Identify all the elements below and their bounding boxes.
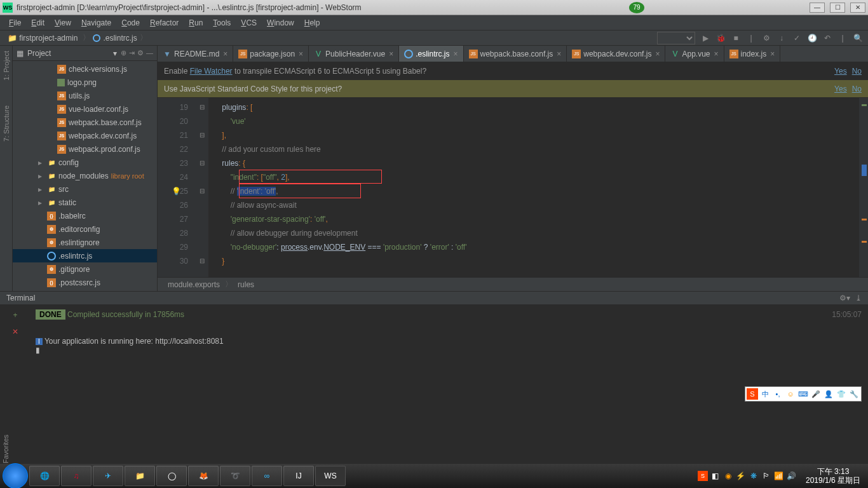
run-button[interactable]: ▶ (700, 33, 710, 43)
intention-bulb-icon[interactable]: 💡 (172, 187, 181, 196)
stop-button[interactable]: ■ (731, 33, 741, 43)
menu-refactor[interactable]: Refactor (146, 17, 182, 29)
editor-tab[interactable]: JSwebpack.dev.conf.js× (567, 46, 665, 62)
close-icon[interactable]: × (389, 50, 393, 58)
tray-flag-icon[interactable]: 🏳 (761, 471, 771, 481)
settings-icon[interactable]: ⚙ (761, 33, 771, 43)
breadcrumb-project[interactable]: 📁 firstproject-admin (5, 32, 80, 44)
right-gutter[interactable] (859, 98, 868, 277)
scroll-from-source-icon[interactable]: ⊕ (121, 49, 126, 57)
close-terminal-button[interactable]: ✕ (10, 327, 20, 337)
ime-user-icon[interactable]: 👤 (823, 388, 834, 400)
taskbar-firefox[interactable]: 🦊 (188, 466, 219, 486)
ime-lang-icon[interactable]: 中 (759, 388, 771, 400)
tray-network-icon[interactable]: 📶 (774, 471, 784, 481)
ime-skin-icon[interactable]: 👕 (836, 388, 847, 400)
tray-icon[interactable]: ◧ (710, 471, 721, 481)
project-tree[interactable]: JScheck-versions.jslogo.pngJSutils.jsJSv… (13, 61, 157, 291)
editor-tab[interactable]: JSpackage.json× (233, 46, 309, 62)
tray-icon[interactable]: ❋ (749, 471, 759, 481)
ime-keyboard-icon[interactable]: ⌨ (797, 388, 809, 400)
close-icon[interactable]: × (557, 50, 561, 58)
tree-item[interactable]: {}.babelrc (13, 209, 157, 222)
commit-button[interactable]: ✓ (792, 33, 802, 43)
ime-punct-icon[interactable]: •, (772, 388, 783, 400)
project-tool-tab[interactable]: 1: Project (3, 51, 10, 80)
tray-volume-icon[interactable]: 🔊 (787, 471, 797, 481)
tree-item[interactable]: ⚙.editorconfig (13, 222, 157, 236)
gear-icon[interactable]: ⚙ (137, 49, 144, 57)
tree-item[interactable]: ⚙.eslintignore (13, 236, 157, 249)
taskbar-explorer[interactable]: 📁 (125, 466, 155, 486)
menu-edit[interactable]: Edit (27, 17, 48, 29)
menu-code[interactable]: Code (118, 17, 144, 29)
editor-tab[interactable]: VPublicHeader.vue× (309, 46, 399, 62)
taskbar-app3[interactable]: ∞ (252, 466, 282, 486)
taskbar-idea[interactable]: IJ (283, 466, 314, 486)
tree-item[interactable]: JSutils.js (13, 89, 157, 102)
taskbar-chrome[interactable]: 🌐 (29, 466, 60, 486)
tree-item[interactable]: ▸📁config (13, 156, 157, 169)
code-text[interactable]: plugins: [ 'vue' ], // add your custom r… (208, 98, 859, 277)
start-button[interactable] (3, 463, 28, 488)
tree-item[interactable]: JSwebpack.base.conf.js (13, 116, 157, 129)
tree-item[interactable]: {}.postcssrc.js (13, 276, 157, 289)
tree-item[interactable]: JSvue-loader.conf.js (13, 102, 157, 116)
history-button[interactable]: 🕘 (807, 33, 817, 43)
ime-toolbar[interactable]: S 中 •, ☺ ⌨ 🎤 👤 👕 🔧 (745, 386, 862, 402)
hide-icon[interactable]: — (146, 49, 153, 57)
tree-item[interactable]: JScheck-versions.js (13, 62, 157, 76)
tray-clock[interactable]: 下午 3:13 2019/1/6 星期日 (801, 467, 865, 485)
close-icon[interactable]: × (770, 50, 775, 58)
taskbar-app[interactable]: ✈ (93, 466, 123, 486)
ime-mic-icon[interactable]: 🎤 (810, 388, 822, 400)
menu-file[interactable]: File (5, 17, 25, 29)
no-link[interactable]: No (852, 67, 862, 76)
editor-tab[interactable]: JSwebpack.base.conf.js× (464, 46, 567, 62)
ime-logo-icon[interactable]: S (747, 388, 758, 400)
terminal-title[interactable]: Terminal (6, 294, 35, 302)
tree-item[interactable]: ▸📁static (13, 196, 157, 209)
menu-window[interactable]: Window (263, 17, 298, 29)
add-terminal-button[interactable]: + (10, 310, 20, 320)
minimize-button[interactable]: — (810, 3, 825, 13)
structure-tool-tab[interactable]: 7: Structure (3, 105, 10, 142)
menu-navigate[interactable]: Navigate (78, 17, 115, 29)
tray-sogou-icon[interactable]: S (698, 471, 708, 481)
revert-button[interactable]: ↶ (822, 33, 832, 43)
close-icon[interactable]: × (223, 50, 227, 58)
menu-help[interactable]: Help (301, 17, 324, 29)
menu-view[interactable]: View (51, 17, 75, 29)
gear-icon[interactable]: ⚙▾ (839, 294, 850, 302)
fold-column[interactable]: ⊟⊟⊟⊟⊟ (196, 98, 208, 277)
file-watcher-link[interactable]: File Watcher (190, 67, 233, 76)
update-button[interactable]: ↓ (776, 33, 787, 43)
code-editor[interactable]: 192021222324252627282930 ⊟⊟⊟⊟⊟ plugins: … (158, 98, 868, 277)
dropdown-icon[interactable]: ▾ (113, 49, 117, 58)
taskbar-netease[interactable]: ♫ (61, 466, 92, 486)
tree-item[interactable]: ▸📁src (13, 182, 157, 196)
terminal-output[interactable]: DONE Compiled successfully in 17856ms 15… (31, 305, 868, 464)
tree-item[interactable]: ▸📁node_modules library root (13, 169, 157, 182)
close-icon[interactable]: × (454, 50, 458, 58)
tray-icon[interactable]: ◉ (723, 471, 733, 481)
editor-tab[interactable]: ▼README.md× (158, 46, 233, 62)
ime-emoji-icon[interactable]: ☺ (785, 388, 796, 400)
crumb-item[interactable]: rules (238, 280, 254, 289)
collapse-icon[interactable]: ⇥ (129, 49, 135, 57)
download-icon[interactable]: ⤓ (855, 294, 862, 302)
close-icon[interactable]: × (655, 50, 660, 58)
yes-link[interactable]: Yes (834, 85, 847, 93)
tree-item[interactable]: logo.png (13, 76, 157, 89)
ime-tool-icon[interactable]: 🔧 (848, 388, 860, 400)
run-config-select[interactable] (657, 32, 695, 44)
tree-item[interactable]: JSwebpack.dev.conf.js (13, 129, 157, 142)
breadcrumb-file[interactable]: .eslintrc.js (93, 34, 137, 43)
close-icon[interactable]: × (714, 50, 719, 58)
menu-run[interactable]: Run (185, 17, 207, 29)
taskbar-eclipse[interactable]: ◯ (156, 466, 187, 486)
crumb-item[interactable]: module.exports (168, 280, 220, 289)
editor-tab[interactable]: VApp.vue× (665, 46, 724, 62)
debug-button[interactable]: 🐞 (715, 33, 726, 43)
maximize-button[interactable]: ☐ (830, 3, 845, 13)
